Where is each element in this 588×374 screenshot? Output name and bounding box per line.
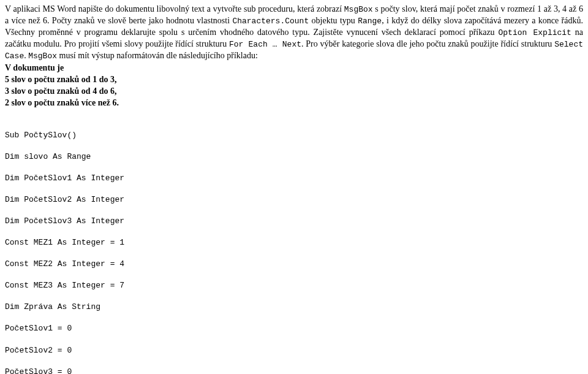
code-inline-option-explicit: Option Explicit xyxy=(499,28,571,37)
code-line: Dim slovo As Range xyxy=(5,151,583,162)
example-line: 5 slov o počtu znaků od 1 do 3, xyxy=(5,74,583,86)
code-line: Const MEZ2 As Integer = 4 xyxy=(5,259,583,270)
code-line: Sub PočtySlov() xyxy=(5,130,583,141)
code-line: Const MEZ1 As Integer = 1 xyxy=(5,237,583,248)
code-line: PočetSlov3 = 0 xyxy=(5,367,583,374)
example-output: V dokumentu je 5 slov o počtu znaků od 1… xyxy=(5,63,583,109)
example-line: V dokumentu je xyxy=(5,63,583,74)
code-line: Const MEZ3 As Integer = 7 xyxy=(5,280,583,291)
code-inline-msgbox2: MsgBox xyxy=(28,52,57,61)
text-segment: V aplikaci MS Word napište do dokumentu … xyxy=(5,4,344,13)
text-segment: objektu typu xyxy=(309,16,358,25)
code-line: PočetSlov2 = 0 xyxy=(5,345,583,356)
code-line: Dim PočetSlov1 As Integer xyxy=(5,173,583,184)
code-line: PočetSlov1 = 0 xyxy=(5,323,583,334)
code-inline-characters-count: Characters.Count xyxy=(232,17,309,26)
text-segment: musí mít výstup naformátován dle následu… xyxy=(57,51,258,60)
code-listing: Sub PočtySlov() Dim slovo As Range Dim P… xyxy=(5,119,583,374)
example-line: 3 slov o počtu znaků od 4 do 6, xyxy=(5,86,583,97)
task-paragraph: V aplikaci MS Word napište do dokumentu … xyxy=(5,4,583,61)
code-inline-for-each: For Each … Next xyxy=(229,40,301,49)
code-line: Dim PočetSlov2 As Integer xyxy=(5,194,583,205)
code-line: Dim Zpráva As String xyxy=(5,302,583,313)
code-line: Dim PočetSlov3 As Integer xyxy=(5,216,583,227)
text-segment: . Pro výběr kategorie slova dle jeho poč… xyxy=(301,39,554,48)
code-inline-range: Range xyxy=(358,17,382,26)
example-line: 2 slov o počtu znaků více než 6. xyxy=(5,97,583,109)
code-inline-msgbox: MsgBox xyxy=(344,5,373,14)
